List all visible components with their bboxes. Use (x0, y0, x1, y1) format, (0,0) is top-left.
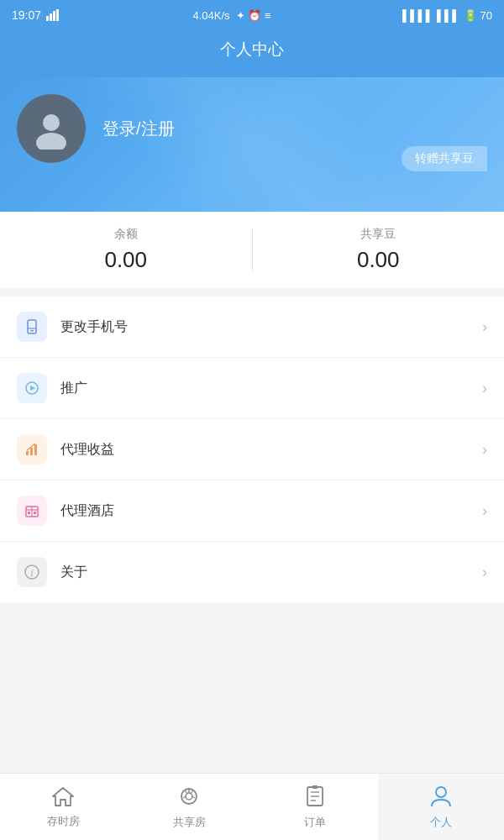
status-center: 4.04K/s ✦ ⏰ ≡ (192, 9, 270, 22)
nav-item-home[interactable]: 存时房 (0, 774, 126, 840)
shares-label: 共享豆 (253, 227, 505, 242)
balance-section: 余额 0.00 共享豆 0.00 (0, 212, 504, 288)
earnings-icon (24, 441, 40, 458)
svg-rect-7 (30, 330, 34, 332)
quota-label: 余额 (0, 227, 252, 242)
arrow-icon-4: › (482, 564, 487, 581)
svg-point-5 (36, 133, 66, 150)
status-left: 19:07 (12, 8, 61, 22)
svg-rect-33 (312, 785, 318, 789)
quota-value: 0.00 (0, 247, 252, 273)
arrow-icon-2: › (482, 441, 487, 459)
home-icon (51, 785, 75, 811)
hotel-icon (24, 502, 40, 519)
promo-icon (24, 380, 40, 396)
page-title: 个人中心 (0, 39, 504, 77)
nav-orders-label: 订单 (304, 815, 326, 830)
battery-level: 70 (480, 9, 492, 22)
change-phone-label: 更改手机号 (60, 318, 482, 336)
arrow-icon-0: › (482, 318, 487, 336)
svg-rect-13 (34, 444, 37, 455)
battery-icon: 🔋 (464, 9, 477, 22)
agent-earnings-label: 代理收益 (60, 441, 482, 459)
nav-item-profile[interactable]: 个人 (378, 774, 504, 840)
svg-rect-1 (50, 13, 52, 21)
svg-rect-12 (30, 448, 33, 455)
about-icon-wrap: i (17, 557, 47, 587)
nav-profile-label: 个人 (430, 815, 452, 830)
hotel-icon-wrap (17, 496, 47, 526)
arrow-icon-3: › (482, 502, 487, 520)
about-icon: i (24, 564, 40, 580)
share-svg (177, 785, 201, 808)
promo-icon-wrap (17, 373, 47, 403)
nav-home-label: 存时房 (47, 814, 80, 829)
profile-icon (430, 785, 452, 811)
avatar[interactable] (17, 94, 86, 163)
arrow-icon-1: › (482, 380, 487, 397)
svg-rect-2 (53, 11, 55, 21)
balance-quota: 余额 0.00 (0, 227, 252, 273)
orders-icon (305, 785, 325, 811)
svg-rect-17 (28, 512, 30, 514)
nav-item-share[interactable]: 共享房 (126, 774, 252, 840)
balance-shares: 共享豆 0.00 (253, 227, 505, 273)
nav-item-orders[interactable]: 订单 (252, 774, 378, 840)
orders-svg (305, 785, 325, 808)
transfer-shares-button[interactable]: 转赠共享豆 (402, 146, 487, 171)
menu-item-change-phone[interactable]: 更改手机号 › (0, 297, 504, 358)
svg-text:i: i (30, 567, 33, 579)
menu-list: 更改手机号 › 推广 › 代理收益 › (0, 297, 504, 602)
status-right: ▌▌▌▌ ▌▌▌ 🔋 70 (402, 9, 492, 22)
promotion-label: 推广 (60, 380, 482, 397)
network-speed: 4.04K/s (192, 9, 229, 22)
nav-share-label: 共享房 (173, 815, 206, 830)
profile-row: 登录/注册 转赠共享豆 (17, 94, 487, 163)
svg-marker-21 (53, 788, 73, 806)
profile-svg (430, 785, 452, 808)
login-register-label[interactable]: 登录/注册 (102, 118, 175, 140)
signal-icon (46, 9, 61, 21)
shares-value: 0.00 (253, 247, 505, 273)
menu-item-agent-earnings[interactable]: 代理收益 › (0, 419, 504, 480)
menu-item-promotion[interactable]: 推广 › (0, 358, 504, 419)
status-time: 19:07 (12, 8, 41, 22)
svg-point-4 (43, 114, 60, 131)
svg-point-34 (436, 787, 446, 797)
profile-section: 登录/注册 转赠共享豆 (0, 77, 504, 212)
svg-rect-11 (26, 451, 29, 455)
svg-rect-0 (46, 16, 49, 21)
svg-rect-6 (28, 320, 36, 333)
bottom-nav: 存时房 共享房 订单 (0, 773, 504, 840)
svg-marker-10 (30, 386, 35, 391)
svg-rect-3 (56, 9, 59, 21)
about-label: 关于 (60, 564, 482, 581)
wifi-bars: ▌▌▌ (437, 9, 460, 22)
phone-icon (24, 318, 40, 335)
menu-item-agent-hotel[interactable]: 代理酒店 › (0, 480, 504, 542)
earnings-icon-wrap (17, 434, 47, 465)
phone-icon-wrap (17, 312, 47, 342)
signal-bars: ▌▌▌▌ (402, 9, 433, 22)
home-svg (51, 785, 75, 807)
agent-hotel-label: 代理酒店 (60, 502, 482, 520)
svg-rect-18 (34, 512, 36, 514)
page-header: 个人中心 (0, 30, 504, 77)
person-icon (30, 108, 72, 150)
menu-item-about[interactable]: i 关于 › (0, 542, 504, 602)
share-icon (177, 785, 201, 811)
status-bar: 19:07 4.04K/s ✦ ⏰ ≡ ▌▌▌▌ ▌▌▌ 🔋 70 (0, 0, 504, 30)
